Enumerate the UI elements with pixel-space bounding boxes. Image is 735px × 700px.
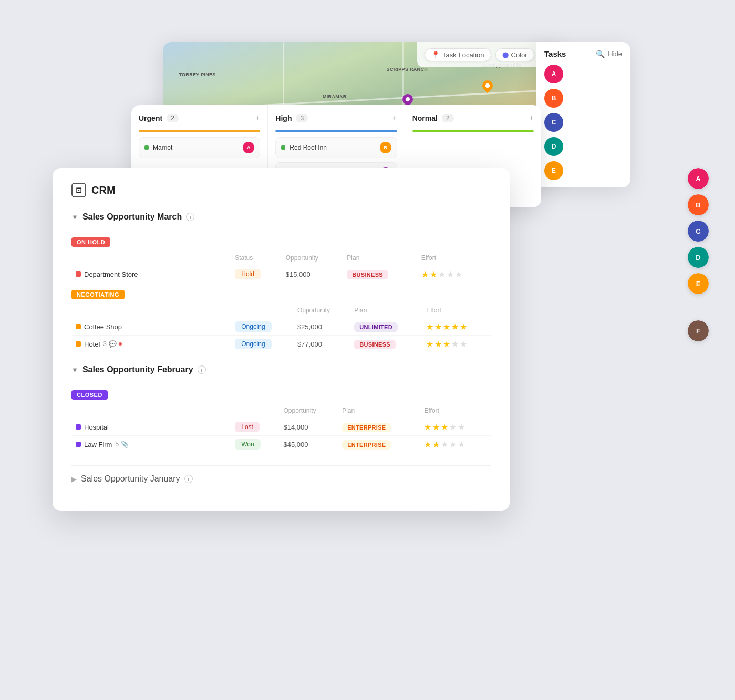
sidebar-avatar-5[interactable]: E [688,273,709,294]
row-item-name: Hospital [84,423,109,431]
table-row: Hospital Lost $14,000 ENTERPRISE ★ ★ ★ ★… [71,419,491,436]
row-name-hospital: Hospital [76,423,226,431]
badge-onhold: ON HOLD [71,237,110,247]
col-plan: Plan [338,405,420,419]
status-lost-button[interactable]: Lost [235,422,260,432]
info-icon: i [184,475,193,483]
star-icon: ★ [432,422,440,432]
tasks-avatar-list: A B C D E [544,65,622,180]
sidebar-avatars: A B C D E F [688,168,709,341]
circle-icon: ⬤ [502,51,509,58]
avatar-2: B [544,89,563,108]
row-dot [76,324,81,329]
crm-title-text: CRM [91,184,116,196]
hide-label[interactable]: Hide [608,50,622,58]
color-pill[interactable]: ⬤ Color [495,48,534,61]
search-icon[interactable]: 🔍 [596,50,605,58]
row-item-name: Department Store [84,270,138,278]
star-icon: ★ [430,269,437,279]
effort-stars: ★ ★ ★ ★ ★ [421,269,486,279]
status-ongoing-button[interactable]: Ongoing [235,321,271,332]
row-dot [76,424,81,430]
avatar-5: E [544,161,563,180]
table-row: Hotel 3 💬 Ongoing $77,000 BUSINESS [71,336,491,353]
star-icon: ★ [443,322,450,332]
opportunity-value: $77,000 [297,340,322,348]
kanban-urgent-add[interactable]: + [255,113,260,123]
extras-count: 5 [115,441,119,448]
col-opportunity: Opportunity [293,305,350,318]
star-icon: ★ [424,422,431,432]
sidebar-avatar-6[interactable]: F [688,320,709,341]
star-icon: ★ [434,339,442,349]
crm-icon: ⊡ [71,183,86,197]
table-negotiating: Opportunity Plan Effort Coffee Shop Ongo… [71,305,491,352]
crm-card: ⊡ CRM ▼ Sales Opportunity March i ON HOL… [53,168,510,511]
row-name-dept-store: Department Store [76,270,226,278]
section-march-title: Sales Opportunity March [82,212,182,222]
task-location-label: Task Location [442,51,484,59]
kanban-item-name: Marriot [153,144,239,151]
star-icon: ★ [451,322,459,332]
sidebar-avatar-4[interactable]: D [688,247,709,268]
plan-badge: UNLIMITED [354,322,398,332]
kanban-urgent-title: Urgent [139,114,162,122]
color-label: Color [511,51,527,59]
avatar-4: D [544,137,563,156]
star-icon: ★ [458,422,465,432]
status-ongoing-button[interactable]: Ongoing [235,339,271,349]
table-closed: Opportunity Plan Effort Hospital Lost $1… [71,405,491,453]
col-opportunity: Opportunity [282,252,343,266]
sidebar-avatar-3[interactable]: C [688,221,709,242]
kanban-dot [144,145,149,150]
col-name [71,252,231,266]
col-effort: Effort [417,252,491,266]
alert-dot [119,342,122,346]
kanban-normal-add[interactable]: + [529,113,534,123]
star-icon: ★ [424,440,431,450]
pin-icon: 📍 [431,51,440,59]
effort-stars: ★ ★ ★ ★ ★ [424,422,486,432]
map-label-torrey: TORREY PINES [179,72,215,77]
status-won-button[interactable]: Won [235,439,260,450]
kanban-high-add[interactable]: + [392,113,397,123]
map-label-miramar: MIRAMAR [323,94,347,99]
star-icon: ★ [455,269,462,279]
kanban-item-name: Red Roof Inn [289,144,375,151]
kanban-avatar: A [243,142,254,153]
star-icon: ★ [449,422,457,432]
map-pin-3[interactable] [480,78,495,93]
info-icon: i [186,213,194,221]
kanban-item-redroof[interactable]: Red Roof Inn B [275,137,397,158]
table-onhold: Status Opportunity Plan Effort Departmen… [71,252,491,283]
badge-negotiating: NEGOTIATING [71,290,125,299]
opportunity-value: $45,000 [283,441,308,448]
star-icon: ★ [438,269,446,279]
chevron-right-icon: ▶ [71,475,77,483]
opportunity-value: $14,000 [283,423,308,431]
kanban-item-marriot[interactable]: Marriot A [139,137,260,158]
star-icon: ★ [443,339,450,349]
sidebar-avatar-2[interactable]: B [688,194,709,215]
plan-badge: ENTERPRISE [342,440,391,450]
task-location-pill[interactable]: 📍 Task Location [425,48,491,61]
effort-stars: ★ ★ ★ ★ ★ [426,339,486,349]
effort-stars: ★ ★ ★ ★ ★ [424,440,486,450]
sidebar-avatar-1[interactable]: A [688,168,709,189]
kanban-normal-count: 2 [442,114,454,122]
section-january: ▶ Sales Opportunity January i [71,465,491,484]
section-january-header[interactable]: ▶ Sales Opportunity January i [71,474,491,484]
star-icon: ★ [460,322,467,332]
kanban-high-title: High [275,114,292,122]
table-row: Coffee Shop Ongoing $25,000 UNLIMITED ★ … [71,318,491,336]
star-icon: ★ [458,440,465,450]
extras-count: 3 [103,340,107,348]
col-effort: Effort [422,305,491,318]
table-row: Department Store Hold $15,000 BUSINESS ★… [71,266,491,283]
status-hold-button[interactable]: Hold [235,269,261,279]
section-march-header[interactable]: ▼ Sales Opportunity March i [71,212,491,222]
kanban-dot [281,145,285,150]
row-dot [76,442,81,447]
row-extras: 5 📎 [115,441,129,448]
section-february-header[interactable]: ▼ Sales Opportunity February i [71,365,491,374]
